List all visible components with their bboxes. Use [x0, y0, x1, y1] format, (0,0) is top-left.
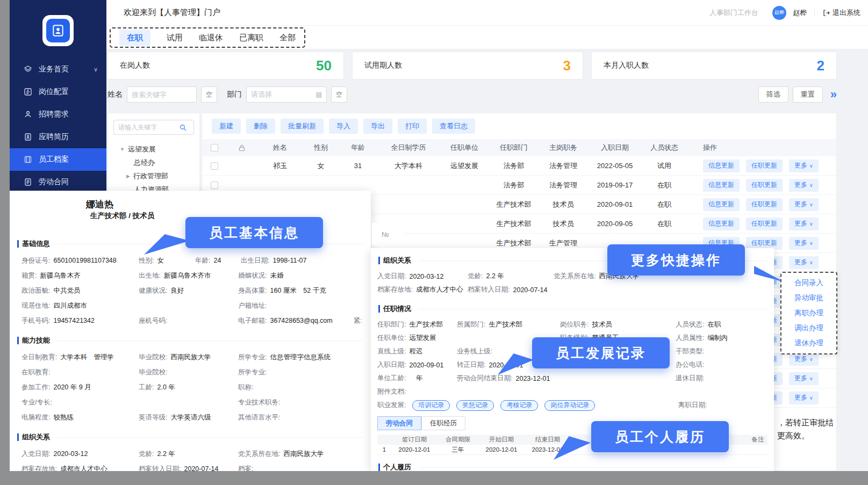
record-pill-button[interactable]: 培训记录 [412, 400, 450, 411]
cell-status: 在职 [642, 180, 687, 190]
more-actions-button[interactable]: 更多∨ [789, 353, 819, 366]
toolbar-button[interactable]: 查看日志 [432, 119, 475, 134]
column-header: 性别 [303, 143, 339, 153]
field-label: 所学专业: [238, 368, 267, 377]
row-checkbox[interactable] [211, 162, 218, 170]
toolbar-button[interactable]: 新建 [212, 119, 241, 134]
status-tab[interactable]: 在职 [119, 30, 150, 46]
collapse-chevrons-icon[interactable]: » [830, 89, 837, 100]
action-button[interactable]: 信息更新 [703, 160, 740, 172]
sidebar-item-contract[interactable]: 劳动合同 [10, 171, 106, 193]
quick-menu-item[interactable]: 调出办理 [781, 321, 836, 336]
caret-down-icon: ▼ [120, 147, 125, 152]
tree-node[interactable]: ▶行政管理部 [108, 169, 199, 183]
sidebar-item-home[interactable]: 业务首页∨ [10, 58, 106, 81]
quick-menu-item[interactable]: 离职办理 [781, 306, 836, 321]
field-label: 业务线上级: [457, 347, 492, 356]
status-tab[interactable]: 已离职 [239, 33, 263, 43]
more-actions-button[interactable]: 更多∨ [789, 198, 819, 211]
field-value: 生产技术部 [489, 320, 522, 329]
field-label: 所学专业: [238, 353, 267, 362]
more-actions-button[interactable]: 更多∨ [789, 237, 819, 250]
more-actions-button[interactable]: 更多∨ [789, 218, 819, 230]
dept-select[interactable]: 请选择 ▤ [246, 86, 327, 103]
sidebar-item-label: 招聘需求 [39, 110, 69, 119]
sidebar-item-resume[interactable]: 应聘简历 [10, 126, 106, 148]
record-pill-button[interactable]: 岗位异动记录 [544, 400, 595, 411]
sidebar-item-archive[interactable]: 员工档案 [10, 148, 106, 171]
field: 专业/专长: [21, 398, 139, 407]
field: 在职教育: [21, 368, 139, 377]
org-picker-icon[interactable]: ▤ [316, 91, 322, 98]
action-button[interactable]: 信息更新 [703, 198, 740, 211]
status-tab[interactable]: 全部 [279, 33, 296, 43]
toolbar-button[interactable]: 打印 [398, 119, 427, 134]
field-value: 2020-07-14 [513, 286, 547, 294]
toolbar-button[interactable]: 批量刷新 [281, 119, 324, 134]
action-button[interactable]: 任职更新 [746, 179, 783, 192]
filter-button[interactable]: 筛选 [758, 86, 788, 103]
tree-node-label: 总经办 [134, 158, 155, 168]
action-button[interactable]: 任职更新 [746, 198, 783, 211]
action-button[interactable]: 信息更新 [703, 218, 740, 230]
field-label: 全日制教育: [21, 353, 57, 362]
more-actions-button[interactable]: 更多∨ [789, 392, 819, 404]
detail-tab[interactable]: 劳动合同 [377, 416, 421, 430]
field: 婚姻状况:未婚 [238, 271, 371, 280]
sidebar-item-recruit[interactable]: 招聘需求 [10, 103, 106, 126]
quick-menu-item[interactable]: 退休办理 [781, 336, 836, 351]
tree-node[interactable]: 总经办 [108, 156, 199, 169]
table-row[interactable]: 祁玉女31大学本科远望发展法务部法务管理2022-05-05试用信息更新任职更新… [202, 156, 836, 176]
field-label: 毕业院校: [139, 368, 167, 377]
record-pill-button[interactable]: 奖惩记录 [456, 400, 494, 411]
row-checkbox[interactable] [211, 182, 218, 189]
reset-button[interactable]: 重置 [793, 86, 823, 103]
toolbar-button[interactable]: 删除 [246, 119, 275, 134]
name-empty-toggle[interactable]: 空 [201, 86, 217, 103]
field-value: 成都市人才中心 [416, 285, 463, 294]
quick-menu-item[interactable]: 异动审批 [781, 291, 836, 306]
chevron-down-icon: ∨ [94, 66, 98, 73]
toolbar-button[interactable]: 导入 [329, 119, 358, 134]
more-actions-button[interactable]: 更多∨ [789, 160, 819, 172]
status-tab[interactable]: 试用 [167, 33, 183, 43]
field-label: 离职日期: [678, 401, 707, 410]
field-label: 职业发展: [377, 401, 406, 410]
action-button[interactable]: 任职更新 [746, 218, 783, 230]
page-title: 欢迎来到【人事管理】门户 [124, 8, 220, 18]
dept-empty-toggle[interactable]: 空 [331, 86, 347, 103]
cell-position: 技术员 [539, 200, 588, 209]
field: 人员属性:编制内 [676, 334, 774, 343]
more-actions-button[interactable]: 更多∨ [789, 256, 819, 269]
toolbar-button[interactable]: 导出 [363, 119, 392, 134]
field-row: 电脑程度:较熟练英语等级:大学英语六级其他语言水平: [10, 410, 371, 425]
stat-card: 试用期人数3 [352, 52, 583, 79]
name-search-input[interactable] [127, 86, 197, 103]
quick-menu-item[interactable]: 合同录入 [781, 276, 836, 291]
tree-search-input[interactable] [118, 124, 177, 131]
field-value: 2020-09-01 [409, 361, 443, 369]
position-icon [24, 88, 32, 96]
status-tab[interactable]: 临退休 [199, 33, 223, 43]
cell-dept: 生产技术部 [489, 219, 539, 229]
more-actions-button[interactable]: 更多∨ [789, 179, 819, 192]
action-button[interactable]: 任职更新 [746, 160, 783, 172]
field-value: 新疆乌鲁木齐市 [164, 271, 211, 280]
contract-column-header: 备注 [748, 436, 767, 444]
tree-node-root[interactable]: ▼远望发展 [108, 142, 199, 156]
field: 专业技术职务: [238, 398, 371, 407]
sidebar-item-position[interactable]: 岗位配置 [10, 81, 106, 103]
field: 英语等级:大学英语六级 [139, 413, 238, 422]
record-pill-button[interactable]: 考核记录 [500, 400, 538, 411]
action-button[interactable]: 任职更新 [746, 237, 783, 250]
field-label: 入党日期: [21, 450, 50, 459]
detail-tab[interactable]: 任职经历 [421, 416, 465, 430]
avatar[interactable]: 赵桦 [772, 6, 786, 20]
more-actions-button[interactable]: 更多∨ [789, 372, 819, 385]
stat-value: 2 [817, 57, 824, 74]
quick-actions-menu: 合同录入异动审批离职办理调出办理退休办理 [780, 272, 837, 354]
tree-node-label: 远望发展 [128, 144, 156, 154]
action-button[interactable]: 信息更新 [703, 179, 740, 192]
logout-button[interactable]: 退出系统 [822, 8, 860, 18]
select-all-checkbox[interactable] [211, 144, 218, 151]
